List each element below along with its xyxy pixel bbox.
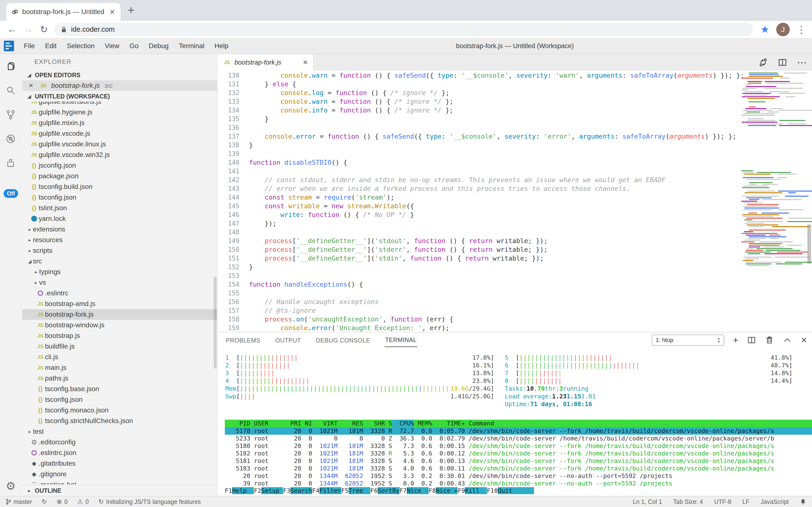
address-bar[interactable]: ide.coder.com	[54, 23, 753, 36]
menu-go[interactable]: Go	[124, 42, 143, 50]
maximize-panel-icon[interactable]	[783, 336, 792, 345]
new-terminal-icon[interactable]: +	[733, 335, 738, 345]
file-row[interactable]: {}tsconfig.json	[22, 394, 217, 405]
source-control-icon[interactable]	[0, 103, 21, 127]
file-row[interactable]: {}tsconfig.monaco.json	[22, 405, 217, 415]
fkey-f6[interactable]: F6SortBy	[370, 487, 399, 495]
fkey-f8[interactable]: F8Nice +	[429, 487, 458, 495]
file-row[interactable]: JSbootstrap-amd.js	[22, 298, 217, 309]
file-row[interactable]: ◢src	[22, 256, 217, 267]
file-row[interactable]: JSmain.js	[22, 362, 217, 373]
file-row[interactable]: ◆.gitignore	[22, 469, 217, 480]
close-editor-icon[interactable]: ✕	[28, 82, 35, 89]
file-row[interactable]: yarn.lock	[22, 213, 217, 224]
panel-tab-terminal[interactable]: TERMINAL	[385, 333, 417, 347]
file-row[interactable]: JSbootstrap.js	[22, 330, 217, 341]
status-item[interactable]: LF	[742, 498, 749, 505]
bookmark-star-icon[interactable]: ★	[760, 23, 769, 35]
file-row[interactable]: {}tslint.json	[22, 203, 217, 213]
file-row[interactable]: {}tsconfig.build.json	[22, 181, 217, 192]
close-editor-tab-icon[interactable]: ✕	[303, 59, 308, 66]
panel-tab-problems[interactable]: PROBLEMS	[225, 333, 261, 347]
file-row[interactable]: JSbuildfile.js	[22, 341, 217, 352]
file-row[interactable]: ▸extensions	[22, 224, 217, 235]
file-row[interactable]: ▸test	[22, 426, 217, 437]
debug-off-icon[interactable]	[0, 127, 21, 151]
fkey-f5[interactable]: F5Tree	[341, 487, 370, 495]
split-editor-icon[interactable]	[778, 58, 787, 67]
file-row[interactable]: {}tsconfig.base.json	[22, 384, 217, 394]
forward-icon[interactable]: →	[24, 24, 33, 35]
status-item[interactable]: JavaScript	[760, 498, 789, 505]
menu-file[interactable]: File	[19, 42, 40, 50]
fkey-f9[interactable]: F9Kill	[458, 487, 487, 495]
file-row[interactable]: .eslintrc	[22, 288, 217, 298]
file-row[interactable]: ◆.gitattributes	[22, 458, 217, 469]
minimap[interactable]	[740, 71, 806, 332]
file-row[interactable]: JSpaths.js	[22, 373, 217, 384]
fkey-f3[interactable]: F3Search	[283, 487, 312, 495]
file-row[interactable]: ▸resources	[22, 235, 217, 245]
extensions-icon[interactable]	[0, 151, 21, 175]
file-row[interactable]: JSbootstrap-fork.js	[22, 309, 217, 320]
file-row[interactable]: JSgulpfile.mixin.js	[22, 118, 217, 128]
file-row[interactable]: ⚙.editorconfig	[22, 437, 217, 448]
file-row[interactable]: ☰.mention-bot	[22, 480, 217, 484]
error-status[interactable]: ⊗ 0	[57, 498, 68, 506]
file-row[interactable]: ▸vs	[22, 277, 217, 288]
bell-icon[interactable]	[800, 498, 806, 505]
fkey-f10[interactable]: F10Quit	[487, 487, 534, 495]
panel-tab-debug-console[interactable]: DEBUG CONSOLE	[315, 333, 371, 347]
status-item[interactable]: Ln 1, Col 1	[633, 498, 662, 505]
editor-tab[interactable]: JS bootstrap-fork.js ✕	[218, 54, 313, 71]
explorer-icon[interactable]	[0, 54, 21, 78]
outline-header[interactable]: ▸ OUTLINE	[22, 485, 217, 496]
more-actions-icon[interactable]: ⋯	[797, 57, 807, 68]
menu-debug[interactable]: Debug	[143, 42, 174, 50]
open-editor-item[interactable]: ✕ JS bootstrap-fork.js src	[22, 80, 217, 91]
file-row[interactable]: {}package.json	[22, 171, 217, 181]
terminal[interactable]: 1 [|||||||||||||||17.8%]5 [|||||||||||||…	[218, 347, 812, 496]
avatar[interactable]: J	[776, 23, 790, 36]
terminal-select[interactable]: 1: htop ▲▼	[652, 335, 724, 346]
open-editors-header[interactable]: ◢ OPEN EDITORS	[22, 70, 217, 80]
open-changes-icon[interactable]	[758, 58, 768, 67]
reload-icon[interactable]: ↻	[40, 24, 48, 35]
menu-edit[interactable]: Edit	[40, 42, 62, 50]
file-row[interactable]: {}tsconfig.strictNullChecks.json	[22, 415, 217, 426]
back-icon[interactable]: ←	[7, 24, 16, 35]
file-row[interactable]: JSgulpfile.vscode.linux.js	[22, 139, 217, 150]
kill-terminal-icon[interactable]	[765, 336, 774, 345]
close-tab-icon[interactable]: ✕	[110, 8, 115, 16]
fkey-f2[interactable]: F2Setup	[254, 487, 283, 495]
file-row[interactable]: JSgulpfile.extensions.js	[22, 102, 217, 107]
warning-status[interactable]: ⚠ 0	[77, 498, 89, 506]
status-item[interactable]: UTF-8	[714, 498, 731, 505]
file-row[interactable]: ▸scripts	[22, 245, 217, 256]
file-row[interactable]: JScli.js	[22, 352, 217, 362]
workspace-header[interactable]: ◢ UNTITLED (WORKSPACE)	[22, 91, 217, 102]
code-editor[interactable]: 130 console.warn = function () { safeSen…	[218, 71, 812, 332]
editor-scrollbar[interactable]	[807, 224, 811, 264]
new-tab-button[interactable]: +	[128, 3, 134, 17]
sync-status[interactable]: ↻	[42, 498, 47, 506]
menu-selection[interactable]: Selection	[62, 42, 100, 50]
fkey-f1[interactable]: F1Help	[225, 487, 254, 495]
file-row[interactable]: JSgulpfile.vscode.win32.js	[22, 150, 217, 160]
settings-gear-icon[interactable]: ⚙	[0, 480, 21, 493]
menu-terminal[interactable]: Terminal	[174, 42, 209, 50]
status-item[interactable]: Tab Size: 4	[673, 498, 703, 505]
file-row[interactable]: {}jsconfig.json	[22, 160, 217, 171]
browser-menu-icon[interactable]: ⋮	[797, 24, 806, 35]
branch-status[interactable]: master	[6, 498, 32, 505]
file-row[interactable]: {}tsconfig.json	[22, 192, 217, 203]
menu-view[interactable]: View	[100, 42, 124, 50]
file-row[interactable]: JSbootstrap-window.js	[22, 320, 217, 330]
file-row[interactable]: JSgulpfile.hygiene.js	[22, 107, 217, 118]
file-row[interactable]: JSgulpfile.vscode.js	[22, 128, 217, 139]
sidebar-scrollbar[interactable]	[214, 277, 216, 369]
file-row[interactable]: ▸typings	[22, 267, 217, 277]
search-icon[interactable]	[0, 78, 21, 103]
file-row[interactable]: .eslintrc.json	[22, 448, 217, 458]
fkey-f7[interactable]: F7Nice -	[399, 487, 429, 495]
